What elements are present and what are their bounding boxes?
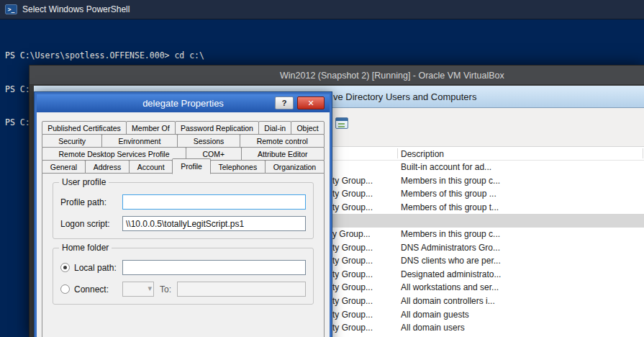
tab-account[interactable]: Account [129,160,173,174]
console-line: PS C:\Users\spotless.OFFENSE.000> cd c:\ [5,50,644,62]
home-folder-group: Home folder Local path: Connect: ▾ [53,248,314,305]
screen: >_ Select Windows PowerShell PS C:\Users… [0,0,644,337]
tab-environment[interactable]: Environment [101,134,177,148]
close-button[interactable]: ✕ [297,96,325,109]
tab-organization[interactable]: Organization [265,160,325,174]
drive-letter-select: ▾ [122,282,154,297]
virtualbox-titlebar[interactable]: Win2012 (Snapshot 2) [Running] - Oracle … [30,66,644,85]
tab-remote-desktop-services-profile[interactable]: Remote Desktop Services Profile [42,147,186,161]
powershell-icon: >_ [5,4,17,14]
delegate-properties-dialog: delegate Properties ? ✕ Published Certif… [35,92,332,337]
column-divider[interactable] [397,148,398,158]
local-path-input[interactable] [122,260,306,275]
tab-security[interactable]: Security [42,134,102,148]
tab-telephones[interactable]: Telephones [210,160,266,174]
user-profile-legend: User profile [59,177,109,187]
profile-path-input[interactable] [122,194,306,210]
tab-password-replication[interactable]: Password Replication [175,121,259,135]
connect-label: Connect: [74,284,109,295]
column-divider[interactable] [643,148,643,158]
logon-script-label: Logon script: [60,219,122,229]
tab-remote-control[interactable]: Remote control [240,134,325,148]
tab-strip: Published Certificates Member Of Passwor… [42,121,325,174]
local-path-label: Local path: [74,263,117,273]
powershell-window-title: Select Windows PowerShell [22,4,130,14]
dialog-title: delegate Properties [142,98,224,109]
tab-object[interactable]: Object [291,121,325,135]
profile-tab-page: User profile Profile path: Logon script:… [42,173,325,337]
tab-general[interactable]: General [42,160,86,174]
tab-dial-in[interactable]: Dial-in [258,121,291,135]
tab-attribute-editor[interactable]: Attribute Editor [241,147,325,161]
description-column-header[interactable]: Description [401,149,444,159]
profile-path-label: Profile path: [60,197,122,207]
home-folder-legend: Home folder [59,243,112,253]
user-profile-group: User profile Profile path: Logon script: [53,182,314,239]
to-label: To: [160,284,171,295]
tab-published-certificates[interactable]: Published Certificates [42,121,127,135]
ad-window-title: ve Directory Users and Computers [333,91,476,102]
tab-member-of[interactable]: Member Of [126,121,176,135]
dialog-titlebar[interactable]: delegate Properties ? ✕ [37,94,330,112]
connect-path-input [177,282,306,297]
logon-script-input[interactable] [122,216,306,231]
powershell-titlebar[interactable]: >_ Select Windows PowerShell [0,0,644,19]
tab-sessions[interactable]: Sessions [177,134,241,148]
tab-row-2: Security Environment Sessions Remote con… [42,134,325,148]
help-button[interactable]: ? [275,96,294,109]
dropdown-arrow-icon: ▾ [148,284,152,293]
tab-row-4: General Address Account Profile Telephon… [42,160,325,174]
local-path-radio[interactable] [60,263,70,272]
tab-profile[interactable]: Profile [172,158,210,174]
connect-radio[interactable] [60,284,70,294]
virtualbox-window-title: Win2012 (Snapshot 2) [Running] - Oracle … [280,71,504,81]
mmc-toolbar-icon[interactable] [335,117,348,129]
tab-address[interactable]: Address [85,160,130,174]
tab-row-1: Published Certificates Member Of Passwor… [42,121,325,135]
